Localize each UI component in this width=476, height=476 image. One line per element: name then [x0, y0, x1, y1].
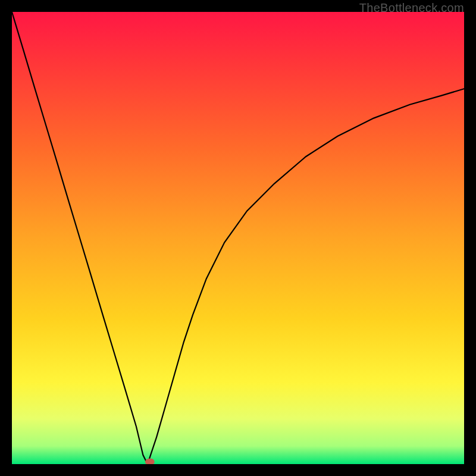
chart-svg	[12, 12, 464, 464]
chart-frame: TheBottleneck.com	[0, 0, 476, 476]
watermark-text: TheBottleneck.com	[359, 1, 464, 15]
plot-area	[12, 12, 464, 464]
